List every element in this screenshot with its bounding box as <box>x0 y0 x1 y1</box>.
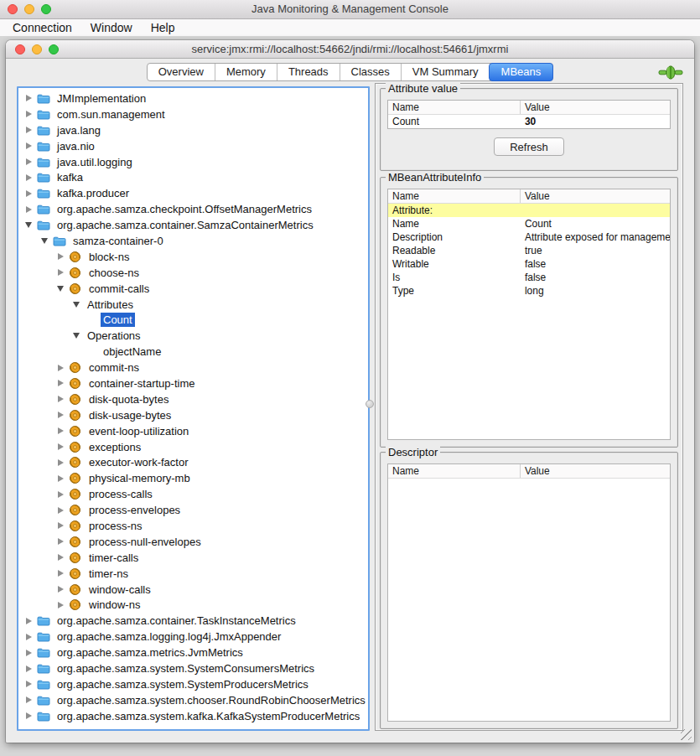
tab-overview[interactable]: Overview <box>148 64 215 80</box>
tree-node[interactable]: com.sun.management <box>18 106 368 122</box>
tree-node[interactable]: process-calls <box>18 486 368 502</box>
table-row[interactable]: Typelong <box>388 284 670 298</box>
tree-node[interactable]: org.apache.samza.checkpoint.OffsetManage… <box>18 201 368 217</box>
tree-node[interactable]: commit-calls <box>18 281 368 297</box>
expand-arrow-icon[interactable] <box>23 95 34 101</box>
expand-arrow-icon[interactable] <box>23 650 34 656</box>
tree-node[interactable]: disk-usage-bytes <box>18 407 368 423</box>
tree-node[interactable]: org.apache.samza.system.SystemConsumersM… <box>18 660 368 676</box>
expand-arrow-icon[interactable] <box>55 427 65 434</box>
tree-node[interactable]: block-ns <box>18 249 368 265</box>
tree-node[interactable]: Operations <box>18 328 368 344</box>
tree-node[interactable]: org.apache.samza.logging.log4j.JmxAppend… <box>18 629 368 645</box>
tree-node[interactable]: timer-ns <box>18 566 368 582</box>
tree-node[interactable]: org.apache.samza.system.kafka.KafkaSyste… <box>18 708 368 724</box>
tree-node[interactable]: objectName <box>18 344 368 360</box>
expand-arrow-icon[interactable] <box>55 522 65 529</box>
splitter-handle[interactable] <box>366 400 374 408</box>
expand-arrow-icon[interactable] <box>55 491 65 498</box>
expand-arrow-icon[interactable] <box>55 365 65 371</box>
tree-node[interactable]: physical-memory-mb <box>18 470 368 486</box>
expand-arrow-icon[interactable] <box>55 459 65 466</box>
tree-node[interactable]: window-calls <box>18 582 368 598</box>
expand-arrow-icon[interactable] <box>23 174 34 181</box>
collapse-arrow-icon[interactable] <box>55 286 65 292</box>
tree-node[interactable]: container-startup-time <box>18 375 368 391</box>
expand-arrow-icon[interactable] <box>23 696 34 703</box>
tree-node[interactable]: kafka.producer <box>18 185 368 201</box>
tree-node[interactable]: org.apache.samza.system.chooser.RoundRob… <box>18 692 368 708</box>
tree-node[interactable]: disk-quota-bytes <box>18 391 368 407</box>
collapse-arrow-icon[interactable] <box>71 302 81 308</box>
expand-arrow-icon[interactable] <box>55 507 65 514</box>
tree-node[interactable]: org.apache.samza.container.SamzaContaine… <box>18 217 368 233</box>
tree-node[interactable]: java.nio <box>18 138 368 154</box>
column-header-name[interactable]: Name <box>388 464 521 478</box>
resize-grip[interactable] <box>681 729 692 740</box>
expand-arrow-icon[interactable] <box>23 712 34 719</box>
collapse-arrow-icon[interactable] <box>71 333 81 339</box>
expand-arrow-icon[interactable] <box>55 586 65 593</box>
tree-node[interactable]: event-loop-utilization <box>18 423 368 439</box>
tree-node[interactable]: org.apache.samza.metrics.JvmMetrics <box>18 645 368 660</box>
expand-arrow-icon[interactable] <box>55 253 65 260</box>
tab-vm-summary[interactable]: VM Summary <box>401 64 490 80</box>
expand-arrow-icon[interactable] <box>23 634 34 640</box>
expand-arrow-icon[interactable] <box>23 127 34 133</box>
expand-arrow-icon[interactable] <box>55 475 65 482</box>
column-header-value[interactable]: Value <box>521 464 670 478</box>
menu-window[interactable]: Window <box>81 19 142 37</box>
expand-arrow-icon[interactable] <box>23 206 34 213</box>
table-row[interactable]: Attribute: <box>388 204 670 217</box>
tab-threads[interactable]: Threads <box>277 64 340 80</box>
tree-node[interactable]: process-null-envelopes <box>18 534 368 550</box>
refresh-button[interactable]: Refresh <box>494 137 564 156</box>
table-row[interactable]: Readabletrue <box>388 244 670 257</box>
tree-node[interactable]: kafka <box>18 169 368 185</box>
table-row[interactable]: NameCount <box>388 217 670 230</box>
tree-node[interactable]: JMImplementation <box>18 91 368 106</box>
expand-arrow-icon[interactable] <box>55 554 65 561</box>
column-header-value[interactable]: Value <box>521 101 670 114</box>
table-row[interactable]: Count30 <box>388 115 670 128</box>
expand-arrow-icon[interactable] <box>23 681 34 687</box>
tab-classes[interactable]: Classes <box>340 64 401 80</box>
table-row[interactable]: Writablefalse <box>388 257 670 271</box>
column-header-name[interactable]: Name <box>388 101 521 114</box>
tree-node[interactable]: java.util.logging <box>18 154 368 170</box>
expand-arrow-icon[interactable] <box>55 602 65 608</box>
tree-node[interactable]: process-envelopes <box>18 502 368 518</box>
expand-arrow-icon[interactable] <box>55 570 65 577</box>
tree-node[interactable]: commit-ns <box>18 360 368 375</box>
expand-arrow-icon[interactable] <box>23 142 34 149</box>
expand-arrow-icon[interactable] <box>55 380 65 386</box>
tree-node[interactable]: choose-ns <box>18 265 368 281</box>
menu-connection[interactable]: Connection <box>3 19 81 37</box>
collapse-arrow-icon[interactable] <box>23 222 34 228</box>
expand-arrow-icon[interactable] <box>23 665 34 672</box>
tree-node[interactable]: Attributes <box>18 297 368 313</box>
tab-mbeans[interactable]: MBeans <box>489 63 554 81</box>
expand-arrow-icon[interactable] <box>23 618 34 624</box>
column-header-value[interactable]: Value <box>521 189 670 203</box>
expand-arrow-icon[interactable] <box>55 538 65 545</box>
expand-arrow-icon[interactable] <box>23 111 34 117</box>
tree-node[interactable]: org.apache.samza.container.TaskInstanceM… <box>18 613 368 629</box>
expand-arrow-icon[interactable] <box>55 396 65 402</box>
table-row[interactable]: DescriptionAttribute exposed for managem… <box>388 230 670 244</box>
tree-node[interactable]: samza-container-0 <box>18 233 368 249</box>
expand-arrow-icon[interactable] <box>55 269 65 276</box>
tree-node[interactable]: org.apache.samza.system.SystemProducersM… <box>18 676 368 692</box>
tree-node[interactable]: timer-calls <box>18 550 368 566</box>
table-row[interactable]: Isfalse <box>388 271 670 284</box>
tree-node[interactable]: window-ns <box>18 598 368 614</box>
tree-node[interactable]: process-ns <box>18 518 368 534</box>
collapse-arrow-icon[interactable] <box>39 238 49 244</box>
tree-node[interactable]: exceptions <box>18 439 368 455</box>
expand-arrow-icon[interactable] <box>55 443 65 450</box>
tree-node[interactable]: java.lang <box>18 122 368 138</box>
menu-help[interactable]: Help <box>142 19 184 37</box>
tab-memory[interactable]: Memory <box>215 64 277 80</box>
expand-arrow-icon[interactable] <box>23 190 34 197</box>
tree-node[interactable]: executor-work-factor <box>18 454 368 470</box>
